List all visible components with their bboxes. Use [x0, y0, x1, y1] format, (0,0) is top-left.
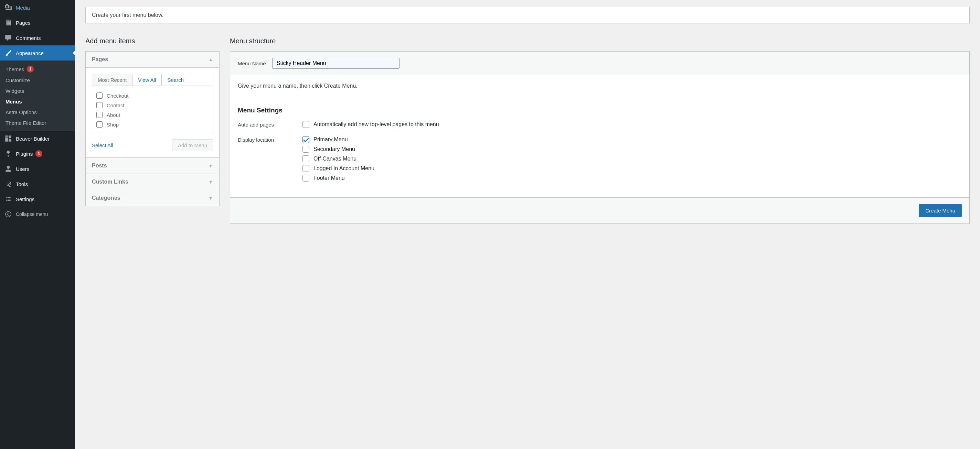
menu-structure-panel: Menu Name Give your menu a name, then cl… — [230, 51, 970, 224]
svg-point-0 — [5, 211, 11, 217]
menu-description: Give your menu a name, then click Create… — [238, 83, 962, 89]
menu-name-input[interactable] — [272, 58, 399, 69]
sidebar-item-comments[interactable]: Comments — [0, 30, 75, 45]
chevron-down-icon: ▼ — [208, 195, 213, 201]
auto-add-pages-label: Auto add pages — [238, 121, 286, 127]
add-to-menu-button[interactable]: Add to Menu — [172, 139, 213, 151]
admin-sidebar: Media Pages Comments Appearance Themes 1… — [0, 0, 75, 449]
submenu-label: Themes — [5, 67, 24, 72]
location-footer-checkbox[interactable] — [302, 175, 309, 181]
sidebar-item-media[interactable]: Media — [0, 0, 75, 15]
tab-search[interactable]: Search — [162, 74, 189, 86]
location-primary-checkbox[interactable] — [302, 136, 309, 143]
sidebar-item-pages[interactable]: Pages — [0, 15, 75, 30]
media-icon — [4, 3, 13, 12]
sidebar-item-beaver-builder[interactable]: Beaver Builder — [0, 131, 75, 146]
submenu-item-themes[interactable]: Themes 1 — [0, 63, 75, 75]
sidebar-item-users[interactable]: Users — [0, 161, 75, 176]
accordion: Pages ▲ Most Recent View All Search Chec… — [85, 51, 220, 206]
location-offcanvas-checkbox[interactable] — [302, 155, 309, 162]
themes-badge: 1 — [27, 66, 34, 73]
location-primary-row[interactable]: Primary Menu — [302, 136, 962, 143]
page-checkbox[interactable] — [96, 92, 103, 99]
sidebar-item-tools[interactable]: Tools — [0, 176, 75, 192]
tools-icon — [4, 180, 13, 188]
auto-add-checkbox[interactable] — [302, 121, 309, 128]
sidebar-item-label: Users — [16, 166, 29, 172]
menu-settings-heading: Menu Settings — [238, 106, 962, 114]
select-all-link[interactable]: Select All — [92, 142, 113, 148]
sidebar-item-label: Pages — [16, 20, 30, 26]
auto-add-checkbox-row[interactable]: Automatically add new top-level pages to… — [302, 121, 962, 128]
sidebar-item-label: Comments — [16, 35, 41, 41]
location-logged-in-row[interactable]: Logged In Account Menu — [302, 165, 962, 172]
appearance-icon — [4, 49, 13, 57]
location-logged-in-checkbox[interactable] — [302, 165, 309, 172]
location-secondary-row[interactable]: Secondary Menu — [302, 146, 962, 153]
pages-icon — [4, 19, 13, 27]
tab-most-recent[interactable]: Most Recent — [92, 74, 132, 86]
display-location-label: Display location — [238, 136, 286, 143]
plugins-icon — [4, 149, 13, 158]
pages-tabs: Most Recent View All Search — [92, 74, 213, 86]
collapse-menu[interactable]: Collapse menu — [0, 206, 75, 222]
main-content: Create your first menu below. Add menu i… — [75, 0, 980, 449]
collapse-label: Collapse menu — [16, 211, 48, 217]
plugins-badge: 1 — [35, 150, 42, 157]
sidebar-item-label: Plugins — [16, 151, 33, 157]
submenu-item-astra-options[interactable]: Astra Options — [0, 107, 75, 117]
accordion-header-custom-links[interactable]: Custom Links ▼ — [86, 174, 219, 190]
page-item-about[interactable]: About — [96, 110, 208, 120]
collapse-icon — [4, 210, 13, 218]
accordion-body-pages: Most Recent View All Search Checkout Con… — [86, 68, 219, 158]
page-checkbox[interactable] — [96, 102, 103, 108]
page-checkbox[interactable] — [96, 121, 103, 127]
submenu-item-theme-file-editor[interactable]: Theme File Editor — [0, 117, 75, 128]
appearance-submenu: Themes 1 Customize Widgets Menus Astra O… — [0, 60, 75, 131]
chevron-down-icon: ▼ — [208, 179, 213, 185]
menu-structure-heading: Menu structure — [230, 37, 970, 45]
sidebar-item-settings[interactable]: Settings — [0, 192, 75, 206]
users-icon — [4, 165, 13, 173]
sidebar-item-label: Beaver Builder — [16, 136, 49, 142]
comments-icon — [4, 34, 13, 42]
tab-view-all[interactable]: View All — [132, 74, 162, 86]
chevron-down-icon: ▼ — [208, 163, 213, 168]
page-list: Checkout Contact About Shop — [92, 86, 213, 133]
accordion-header-categories[interactable]: Categories ▼ — [86, 190, 219, 206]
submenu-item-widgets[interactable]: Widgets — [0, 86, 75, 96]
sidebar-item-label: Appearance — [16, 50, 44, 56]
submenu-item-menus[interactable]: Menus — [0, 96, 75, 107]
accordion-header-pages[interactable]: Pages ▲ — [86, 52, 219, 68]
menu-name-label: Menu Name — [238, 60, 266, 67]
page-item-contact[interactable]: Contact — [96, 100, 208, 110]
page-checkbox[interactable] — [96, 112, 103, 118]
chevron-up-icon: ▲ — [208, 57, 213, 62]
page-item-shop[interactable]: Shop — [96, 120, 208, 129]
settings-icon — [4, 195, 13, 203]
beaver-builder-icon — [4, 135, 13, 143]
submenu-item-customize[interactable]: Customize — [0, 75, 75, 86]
create-menu-button[interactable]: Create Menu — [919, 204, 962, 217]
sidebar-item-plugins[interactable]: Plugins 1 — [0, 146, 75, 161]
location-secondary-checkbox[interactable] — [302, 146, 309, 153]
sidebar-item-label: Tools — [16, 181, 28, 187]
sidebar-item-label: Settings — [16, 196, 34, 202]
sidebar-item-label: Media — [16, 5, 30, 11]
accordion-header-posts[interactable]: Posts ▼ — [86, 158, 219, 174]
notice-banner: Create your first menu below. — [85, 7, 970, 23]
add-menu-items-heading: Add menu items — [85, 37, 220, 45]
location-offcanvas-row[interactable]: Off-Canvas Menu — [302, 155, 962, 162]
page-item-checkout[interactable]: Checkout — [96, 91, 208, 100]
menu-name-row: Menu Name — [230, 52, 969, 75]
sidebar-item-appearance[interactable]: Appearance — [0, 45, 75, 60]
location-footer-row[interactable]: Footer Menu — [302, 175, 962, 181]
menu-structure-column: Menu structure Menu Name Give your menu … — [230, 37, 970, 224]
add-menu-items-column: Add menu items Pages ▲ Most Recent View … — [85, 37, 220, 224]
